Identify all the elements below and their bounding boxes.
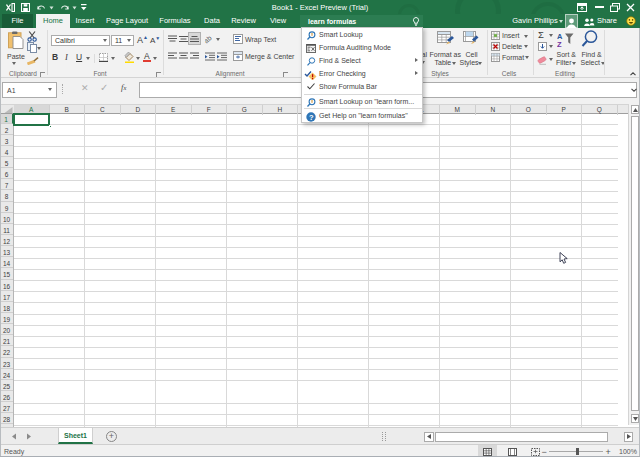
svg-text:Z: Z xyxy=(557,40,562,48)
svg-text:ab: ab xyxy=(205,34,213,44)
svg-text:?: ? xyxy=(309,113,314,122)
